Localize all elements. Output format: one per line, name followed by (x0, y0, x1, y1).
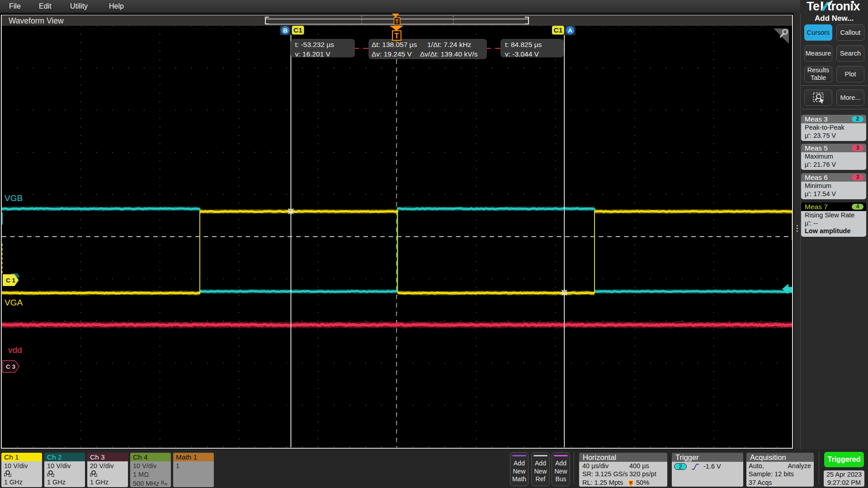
svg-text:C 3: C 3 (6, 363, 16, 370)
svg-text:T: T (630, 480, 632, 485)
svg-text:A: A (568, 27, 572, 34)
svg-text:B: B (283, 27, 288, 34)
svg-text:C1: C1 (293, 26, 302, 34)
svg-text:T: T (395, 18, 399, 25)
svg-text:T: T (395, 32, 399, 40)
svg-text:C1: C1 (554, 26, 563, 34)
svg-text:tronix: tronix (827, 0, 860, 12)
svg-text:Te: Te (807, 0, 820, 12)
svg-text:C 1: C 1 (6, 277, 16, 284)
